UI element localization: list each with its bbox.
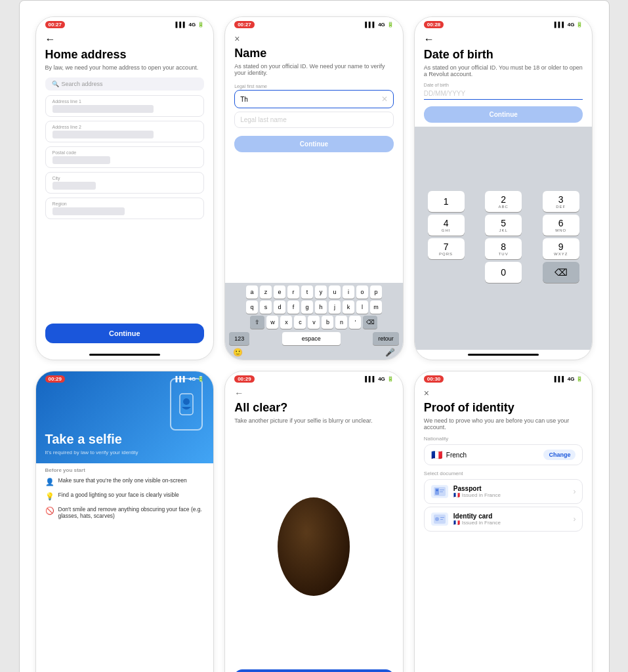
identity-card-option[interactable]: Identity card 🇫🇷 Issued in France ›	[424, 507, 583, 532]
key-n[interactable]: n	[335, 316, 347, 329]
key-p[interactable]: p	[370, 285, 382, 299]
key-o[interactable]: o	[356, 285, 368, 299]
key-w[interactable]: w	[266, 316, 278, 329]
change-nationality-button[interactable]: Change	[543, 450, 576, 460]
phone-scan-icon	[170, 378, 203, 430]
address-line1-field[interactable]: Address line 1	[45, 95, 205, 117]
wifi-icon-5: 4G	[378, 376, 385, 382]
close-button-6[interactable]: ×	[415, 384, 593, 400]
nationality-label: Nationality	[415, 434, 593, 443]
key-1[interactable]: 1	[428, 191, 465, 212]
passport-option[interactable]: Passport 🇫🇷 Issued in France ›	[424, 479, 583, 504]
dob-input[interactable]: DD/MM/YYYY	[424, 88, 583, 100]
key-6[interactable]: 6 MNO	[543, 215, 579, 236]
continue-button-3[interactable]: Continue	[424, 106, 583, 123]
search-address-input[interactable]: 🔍 Search address	[45, 77, 205, 91]
passport-icon	[431, 485, 448, 498]
keyboard-row-1: a z e r t y u i o p	[226, 285, 402, 299]
key-j[interactable]: j	[329, 301, 341, 314]
svg-rect-10	[440, 519, 443, 520]
selfie-clear-button[interactable]: ✓ My selfie is clear	[234, 669, 394, 672]
key-m[interactable]: m	[370, 301, 382, 314]
key-y[interactable]: y	[315, 285, 327, 299]
key-s[interactable]: s	[260, 301, 272, 314]
passport-info: Passport 🇫🇷 Issued in France	[453, 485, 568, 498]
emoji-icon[interactable]: 🙂	[233, 348, 243, 357]
key-b[interactable]: b	[322, 316, 333, 329]
page-subtitle-3: As stated on your official ID. You must …	[415, 63, 593, 80]
key-r[interactable]: r	[287, 285, 299, 299]
postal-code-field[interactable]: Postal code	[45, 146, 205, 168]
keyboard-2: a z e r t y u i o p q s d	[225, 283, 403, 360]
key-space[interactable]: espace	[282, 332, 341, 345]
key-a[interactable]: a	[246, 285, 258, 299]
key-7[interactable]: 7 PQRS	[428, 238, 465, 259]
status-bar-3: 00:28 ▌▌▌ 4G 🔋	[415, 17, 593, 30]
key-g[interactable]: g	[301, 301, 313, 314]
back-button-1[interactable]: ←	[36, 30, 214, 47]
key-e[interactable]: e	[274, 285, 285, 299]
keyboard-row-2: q s d f g h j k l m	[226, 301, 402, 314]
key-l[interactable]: l	[356, 301, 368, 314]
key-h[interactable]: h	[315, 301, 327, 314]
continue-button-2[interactable]: Continue	[234, 136, 394, 152]
signal-icon-3: ▌▌▌	[555, 22, 566, 28]
key-c[interactable]: c	[294, 316, 306, 329]
phone-content-2: × Name As stated on your official ID. We…	[225, 30, 403, 360]
key-d[interactable]: d	[274, 301, 285, 314]
city-field[interactable]: City	[45, 172, 205, 194]
key-v[interactable]: v	[308, 316, 320, 329]
tip-item-3: 🚫 Don't smile and remove anything obscur…	[36, 503, 214, 522]
last-name-input[interactable]: Legal last name	[234, 112, 394, 128]
doc-section-label: Select document	[415, 467, 593, 478]
key-3[interactable]: 3 DEF	[543, 191, 579, 212]
key-k[interactable]: k	[343, 301, 354, 314]
key-del[interactable]: ⌫	[543, 262, 579, 283]
key-i[interactable]: i	[343, 285, 354, 299]
first-name-input[interactable]: Th ✕	[234, 90, 394, 108]
key-return[interactable]: retour	[373, 332, 399, 345]
key-9[interactable]: 9 WXYZ	[543, 238, 579, 259]
key-2[interactable]: 2 ABC	[485, 191, 522, 212]
tip-text-2: Find a good lighting so your face is cle…	[58, 492, 179, 498]
key-f[interactable]: f	[287, 301, 299, 314]
flag-small-1: 🇫🇷	[453, 492, 460, 498]
region-value	[52, 207, 125, 215]
nationality-value: French	[446, 452, 467, 459]
key-delete[interactable]: ⌫	[363, 316, 377, 329]
page-title-2: Name	[225, 45, 403, 62]
battery-icon-5: 🔋	[387, 376, 394, 382]
key-0[interactable]: 0	[485, 262, 522, 283]
signal-info-6: ▌▌▌ 4G 🔋	[555, 376, 583, 382]
key-u[interactable]: u	[329, 285, 341, 299]
address-line2-field[interactable]: Address line 2	[45, 121, 205, 142]
key-x[interactable]: x	[280, 316, 292, 329]
key-123[interactable]: 123	[229, 332, 249, 345]
nationality-selector[interactable]: 🇫🇷 French Change	[424, 444, 583, 465]
key-apostrophe[interactable]: '	[349, 316, 361, 329]
keyboard-icons: 🙂 🎤	[226, 346, 402, 358]
mic-icon[interactable]: 🎤	[385, 348, 395, 357]
continue-button-1[interactable]: Continue	[45, 324, 205, 343]
back-button-5[interactable]: ←	[225, 384, 403, 400]
signal-info-5: ▌▌▌ 4G 🔋	[365, 376, 394, 382]
wifi-icon-2: 4G	[378, 22, 385, 28]
region-field[interactable]: Region	[45, 198, 205, 219]
key-t[interactable]: t	[301, 285, 313, 299]
signal-icon-5: ▌▌▌	[365, 376, 376, 382]
phone-content-3: ← Date of birth As stated on your offici…	[415, 30, 593, 350]
close-button-2[interactable]: ×	[225, 30, 403, 45]
phone-selfie: 00:29 ▌▌▌ 4G 🔋 Take a selfie It's	[35, 371, 215, 672]
key-4[interactable]: 4 GHI	[428, 215, 465, 236]
svg-rect-6	[440, 492, 443, 492]
numpad-row-1: 1 2 ABC 3 DEF	[417, 191, 590, 212]
clear-icon[interactable]: ✕	[381, 94, 388, 104]
numpad-row-2: 4 GHI 5 JKL 6 MNO	[417, 215, 590, 236]
key-shift[interactable]: ⇧	[250, 316, 264, 329]
key-5[interactable]: 5 JKL	[485, 215, 522, 236]
key-q[interactable]: q	[246, 301, 258, 314]
dob-area: Date of birth DD/MM/YYYY	[424, 83, 583, 100]
key-z[interactable]: z	[260, 285, 272, 299]
back-button-3[interactable]: ←	[415, 30, 593, 47]
key-8[interactable]: 8 TUV	[485, 238, 522, 259]
